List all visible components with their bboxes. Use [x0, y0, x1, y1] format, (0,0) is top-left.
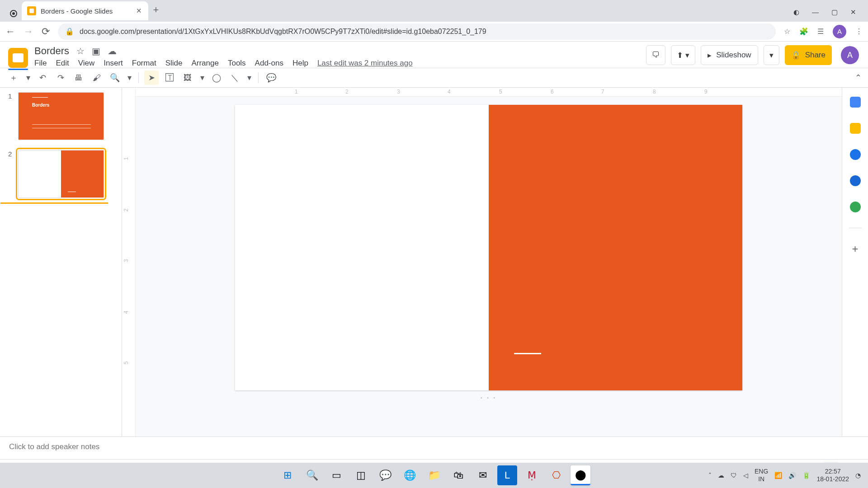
chrome-icon[interactable]: ⬤ — [571, 465, 590, 485]
print-button[interactable]: 🖶 — [71, 70, 86, 85]
image-dropdown-icon[interactable]: ▾ — [198, 70, 206, 85]
accent-line[interactable] — [514, 353, 541, 354]
search-icon[interactable]: 🔍 — [302, 465, 322, 485]
reading-list-icon[interactable]: ☰ — [817, 27, 824, 36]
add-addon-icon[interactable]: + — [850, 244, 861, 254]
contacts-icon[interactable] — [850, 175, 861, 186]
doc-title[interactable]: Borders — [34, 45, 69, 57]
tab-strip: Borders - Google Slides ✕ + — [22, 0, 164, 22]
location-icon[interactable]: ◁ — [743, 472, 748, 479]
tab-close-icon[interactable]: ✕ — [136, 7, 142, 15]
start-icon[interactable]: ⊞ — [278, 465, 297, 485]
toolbar-separator — [138, 72, 139, 83]
filmstrip[interactable]: 1 Borders 2 — [0, 88, 122, 436]
toggle-dark-icon[interactable]: ◐ — [793, 8, 799, 16]
account-avatar[interactable]: A — [841, 46, 859, 64]
zoom-dropdown-icon[interactable]: ▾ — [126, 70, 133, 85]
line-dropdown-icon[interactable]: ▾ — [245, 70, 253, 85]
select-tool-button[interactable]: ➤ — [144, 70, 159, 85]
star-icon[interactable]: ☆ — [76, 46, 85, 56]
profile-avatar[interactable]: A — [833, 25, 846, 38]
window-controls: ◐ — ▢ ✕ — [793, 8, 864, 22]
battery-icon[interactable]: 🔋 — [802, 472, 810, 479]
store-icon[interactable]: 🛍 — [448, 465, 468, 485]
menu-tools[interactable]: Tools — [228, 59, 246, 68]
cloud-saved-icon[interactable]: ☁ — [108, 46, 117, 56]
new-tab-button[interactable]: + — [148, 2, 164, 18]
docs-header: Borders ☆ ▣ ☁ File Edit View Insert Form… — [0, 42, 868, 68]
share-button[interactable]: 🔒Share — [785, 45, 832, 65]
slideshow-button[interactable]: ▸Slideshow — [701, 45, 758, 65]
comments-button[interactable]: 🗨 — [646, 45, 665, 65]
browser-tab[interactable]: Borders - Google Slides ✕ — [22, 1, 148, 20]
slide-thumbnail-2[interactable] — [18, 150, 104, 198]
calendar-icon[interactable] — [850, 97, 861, 108]
mail-icon[interactable]: ✉ — [473, 465, 493, 485]
slideshow-dropdown[interactable]: ▾ — [764, 45, 779, 65]
image-tool-button[interactable]: 🖼 — [180, 70, 195, 85]
menu-addons[interactable]: Add-ons — [255, 59, 283, 68]
maps-icon[interactable] — [850, 202, 861, 212]
redo-button[interactable]: ↷ — [53, 70, 68, 85]
clock[interactable]: 22:5718-01-2022 — [816, 468, 849, 483]
menu-edit[interactable]: Edit — [56, 59, 69, 68]
speaker-notes[interactable]: Click to add speaker notes — [0, 436, 868, 459]
reload-icon[interactable]: ⟳ — [42, 26, 50, 38]
minimize-icon[interactable]: — — [812, 8, 819, 16]
widgets-icon[interactable]: ◫ — [351, 465, 371, 485]
undo-button[interactable]: ↶ — [35, 70, 50, 85]
last-edit[interactable]: Last edit was 2 minutes ago — [317, 59, 413, 68]
shape-tool-button[interactable]: ◯ — [209, 70, 224, 85]
menu-arrange[interactable]: Arrange — [191, 59, 218, 68]
menu-bar: File Edit View Insert Format Slide Arran… — [34, 59, 646, 68]
explorer-icon[interactable]: 📁 — [424, 465, 444, 485]
language-indicator[interactable]: ENGIN — [755, 468, 768, 483]
menu-file[interactable]: File — [34, 59, 47, 68]
forward-icon[interactable]: → — [24, 26, 33, 38]
office-icon[interactable]: ⎔ — [546, 465, 566, 485]
paint-format-button[interactable]: 🖌 — [90, 70, 104, 85]
tray-badge-icon[interactable]: 🛡 — [731, 472, 737, 479]
extensions-icon[interactable]: 🧩 — [799, 27, 808, 36]
wifi-icon[interactable]: 📶 — [774, 472, 782, 479]
slide-thumbnail-1[interactable]: Borders — [18, 92, 104, 140]
new-slide-dropdown-icon[interactable]: ▾ — [24, 70, 32, 85]
chevron-up-icon[interactable]: ˄ — [708, 472, 712, 479]
bookmark-star-icon[interactable]: ☆ — [784, 27, 790, 36]
textbox-tool-button[interactable]: 🅃 — [162, 70, 177, 85]
chrome-menu-icon[interactable]: ⋮ — [855, 27, 863, 36]
task-view-icon[interactable]: ▭ — [326, 465, 346, 485]
slides-logo-icon[interactable] — [8, 48, 28, 68]
menu-view[interactable]: View — [78, 59, 95, 68]
move-icon[interactable]: ▣ — [92, 46, 100, 56]
mcafee-icon[interactable]: Ṃ — [522, 465, 542, 485]
menu-insert[interactable]: Insert — [104, 59, 123, 68]
slide-number: 2 — [8, 150, 14, 198]
slide-canvas[interactable] — [235, 105, 742, 390]
close-window-icon[interactable]: ✕ — [850, 8, 856, 16]
present-dropdown[interactable]: ⬆ ▾ — [671, 45, 695, 65]
workspace: 1 Borders 2 1 2 3 4 5 1 2 3 4 — [0, 88, 868, 436]
notes-resize-handle[interactable]: • • • — [136, 395, 842, 400]
collapse-toolbar-icon[interactable]: ⌃ — [855, 73, 862, 83]
notifications-icon[interactable]: ◔ — [855, 472, 861, 479]
volume-icon[interactable]: 🔊 — [788, 472, 796, 479]
onedrive-icon[interactable]: ☁ — [718, 472, 724, 479]
menu-slide[interactable]: Slide — [165, 59, 183, 68]
tasks-icon[interactable] — [850, 149, 861, 160]
keep-icon[interactable] — [850, 123, 861, 134]
zoom-button[interactable]: 🔍 — [108, 70, 122, 85]
chat-icon[interactable]: 💬 — [375, 465, 395, 485]
back-icon[interactable]: ← — [5, 26, 15, 38]
new-slide-button[interactable]: ＋ — [6, 70, 21, 85]
comment-tool-button[interactable]: 💬 — [264, 70, 278, 85]
app-l-icon[interactable]: L — [497, 465, 517, 485]
menu-format[interactable]: Format — [132, 59, 156, 68]
edge-icon[interactable]: 🌐 — [400, 465, 420, 485]
side-panel: + — [842, 88, 868, 436]
menu-help[interactable]: Help — [292, 59, 308, 68]
orange-shape[interactable] — [489, 105, 742, 390]
maximize-icon[interactable]: ▢ — [831, 8, 838, 16]
omnibox[interactable]: 🔒 docs.google.com/presentation/d/1XtGxYx… — [58, 23, 776, 40]
line-tool-button[interactable]: ＼ — [227, 70, 242, 85]
